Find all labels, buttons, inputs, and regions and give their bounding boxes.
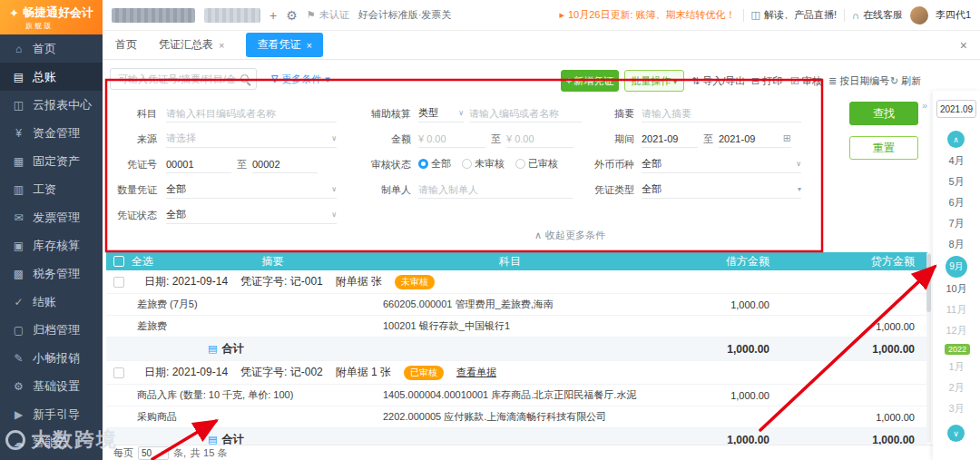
refresh-button[interactable]: ↻刷新 xyxy=(890,74,921,88)
month-item[interactable]: 10月 xyxy=(933,282,980,296)
month-item-current[interactable]: 9月 xyxy=(946,256,967,278)
sidebar-item-settings[interactable]: ⚙基础设置 xyxy=(0,372,103,400)
sidebar-item-smart-cloud[interactable]: ☁智能云 xyxy=(0,428,103,456)
amount-from[interactable] xyxy=(418,130,485,148)
sidebar-item-general-ledger[interactable]: ▤总账 xyxy=(0,63,103,91)
month-item[interactable]: 5月 xyxy=(933,175,980,189)
month-item[interactable]: 12月 xyxy=(933,324,980,338)
voucher-no-from[interactable] xyxy=(166,155,231,173)
voucher-status-select[interactable]: 全部∨ xyxy=(166,206,337,224)
app-logo: ✦畅捷通好会计 旗舰版 xyxy=(0,0,103,34)
sidebar-item-archive[interactable]: ▢归档管理 xyxy=(0,316,103,344)
sidebar-item-home[interactable]: ⌂首页 xyxy=(0,34,103,63)
voucher-entry-row[interactable]: 差旅费 100201 银行存款_中国银行1 1,000.00 xyxy=(106,316,927,338)
rail-toggle-icon[interactable]: » xyxy=(922,100,927,111)
voucher-date: 日期: 2021-09-14 xyxy=(144,365,228,380)
currency-select[interactable]: 全部∨ xyxy=(642,155,801,173)
search-icon[interactable] xyxy=(240,74,249,83)
table-scrollbar[interactable] xyxy=(926,252,931,443)
number-by-date-button[interactable]: ≣按日期编号 xyxy=(828,74,889,88)
radio-all[interactable]: 全部 xyxy=(418,157,451,171)
period-current[interactable]: 2021.09 xyxy=(936,100,976,118)
sidebar-item-tax[interactable]: ▩税务管理 xyxy=(0,259,103,288)
voucher-no-to-input[interactable] xyxy=(252,159,318,170)
voucher-entry-row[interactable]: 采购商品 2202.000005 应付账款.上海滴滴畅行科技有限公司 1,000… xyxy=(106,406,927,428)
month-item[interactable]: 1月 xyxy=(933,360,980,374)
year-badge[interactable]: 2022 xyxy=(945,344,970,355)
amount-from-input[interactable] xyxy=(418,133,485,144)
voucher-entry-row[interactable]: 差旅费 (7月5) 660205.000001 管理费用_差旅费,海南 1,00… xyxy=(106,294,927,316)
sidebar-item-closing[interactable]: ✓结账 xyxy=(0,288,103,316)
add-account-button[interactable]: + xyxy=(270,8,277,23)
summary-field[interactable] xyxy=(642,104,801,122)
aux-input[interactable] xyxy=(469,108,582,119)
reset-button[interactable]: 重置 xyxy=(849,136,918,160)
tab-view-voucher[interactable]: 查看凭证× xyxy=(246,33,322,57)
tab-voucher-summary[interactable]: 凭证汇总表× xyxy=(159,37,224,53)
amount-to-input[interactable] xyxy=(506,133,573,144)
subject-input[interactable] xyxy=(166,108,337,119)
search-input[interactable] xyxy=(118,73,236,84)
voucher-no-to[interactable] xyxy=(252,155,318,173)
select-all-checkbox[interactable] xyxy=(113,256,124,267)
audit-button[interactable]: ☑审核 xyxy=(790,74,822,88)
close-icon[interactable]: × xyxy=(306,40,311,51)
collapse-filters-button[interactable]: ∧收起更多条件 xyxy=(493,229,647,242)
close-all-tabs-icon[interactable]: × xyxy=(960,38,967,53)
row-checkbox[interactable] xyxy=(113,277,124,288)
tab-home[interactable]: 首页 xyxy=(115,37,137,53)
sidebar-item-cloud-reports[interactable]: ◫云报表中心 xyxy=(0,91,103,119)
aux-type-select[interactable]: 类型∨ xyxy=(418,104,464,122)
product-live-link[interactable]: ◫解读、产品直播! xyxy=(751,8,837,22)
sidebar-item-guide[interactable]: ▶新手引导 xyxy=(0,400,103,428)
voucher-no-from-input[interactable] xyxy=(166,159,231,170)
page-size-select[interactable]: 50∨ xyxy=(138,446,169,460)
user-name[interactable]: 李四代1 xyxy=(936,8,971,22)
period-to[interactable]: 2021-09⊞ xyxy=(719,130,791,148)
sidebar-item-salary[interactable]: ▥工资 xyxy=(0,175,103,203)
month-item[interactable]: 8月 xyxy=(933,238,980,251)
subject-field[interactable] xyxy=(166,104,337,122)
search-button[interactable]: 查找 xyxy=(849,102,918,125)
sidebar-item-fixed-assets[interactable]: ▦固定资产 xyxy=(0,147,103,175)
radio-audited[interactable]: 已审核 xyxy=(515,157,558,171)
row-checkbox[interactable] xyxy=(113,367,124,378)
period-from[interactable]: 2021-09 xyxy=(642,130,698,148)
preparer-input[interactable] xyxy=(418,184,573,195)
aux-input-field[interactable] xyxy=(469,104,582,122)
month-item[interactable]: 4月 xyxy=(933,154,980,168)
preparer-field[interactable] xyxy=(418,181,573,199)
qty-voucher-select[interactable]: 全部∨ xyxy=(166,181,337,199)
summary-input[interactable] xyxy=(642,108,801,119)
scrollbar-thumb[interactable] xyxy=(926,254,931,312)
scroll-up-icon[interactable]: ∧ xyxy=(947,131,965,148)
print-button[interactable]: ⊟打印 xyxy=(751,74,782,88)
batch-ops-button[interactable]: 批量操作▾ xyxy=(624,70,684,92)
more-filters-button[interactable]: ∇更多条件▾ xyxy=(271,73,330,86)
month-item[interactable]: 6月 xyxy=(933,196,980,210)
announcement[interactable]: ▸10月26日更新: 账簿、期末结转优化！ xyxy=(559,8,735,22)
radio-unaudited[interactable]: 未审核 xyxy=(462,157,505,171)
month-item[interactable]: 2月 xyxy=(933,381,980,395)
view-docs-link[interactable]: 查看单据 xyxy=(456,366,496,379)
add-voucher-button[interactable]: +新增凭证 xyxy=(561,70,619,92)
sidebar-item-funds[interactable]: ¥资金管理 xyxy=(0,119,103,147)
gear-icon[interactable]: ⚙ xyxy=(286,8,298,23)
month-item[interactable]: 11月 xyxy=(933,303,980,317)
source-select[interactable]: 请选择∨ xyxy=(166,130,337,148)
voucher-type-select[interactable]: 全部▾ xyxy=(642,181,801,199)
voucher-entry-row[interactable]: 商品入库 (数量: 10 千克, 单价: 100) 1405.000004.00… xyxy=(106,385,927,406)
online-service-link[interactable]: ∩在线客服 xyxy=(852,8,903,22)
amount-to[interactable] xyxy=(506,130,573,148)
close-icon[interactable]: × xyxy=(219,40,224,51)
avatar[interactable] xyxy=(910,6,928,24)
sidebar-item-inventory[interactable]: ▣库存核算 xyxy=(0,231,103,259)
sidebar-item-invoice[interactable]: ✉发票管理 xyxy=(0,203,103,231)
month-item[interactable]: 7月 xyxy=(933,217,980,230)
scroll-down-icon[interactable]: ∨ xyxy=(947,425,965,442)
voucher-group-header: 日期: 2021-09-14 凭证字号: 记-002 附单据 1 张 已审核 查… xyxy=(106,361,927,385)
import-export-button[interactable]: ⇅导入/导出 xyxy=(691,74,745,88)
sidebar-item-reimburse[interactable]: ✎小畅报销 xyxy=(0,344,103,372)
month-item[interactable]: 3月 xyxy=(933,402,980,416)
voucher-search[interactable] xyxy=(110,68,257,90)
